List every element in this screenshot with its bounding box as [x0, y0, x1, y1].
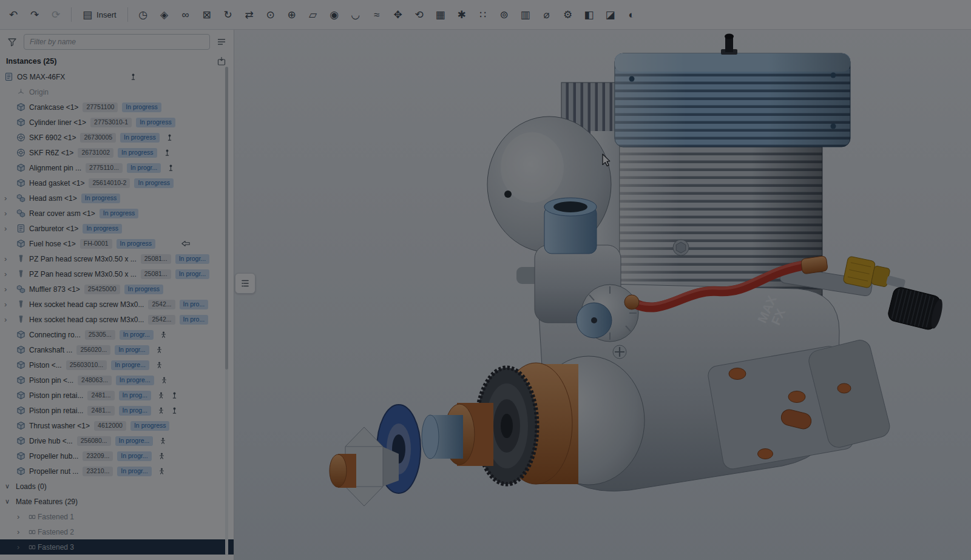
status-badge[interactable]: In progre... [115, 436, 154, 446]
group-mate-button[interactable]: ∞ [176, 5, 195, 24]
status-badge[interactable]: In progr... [120, 330, 154, 340]
arrow-left-icon[interactable] [181, 240, 191, 247]
person-icon[interactable] [160, 331, 167, 338]
status-badge[interactable]: In progr... [175, 269, 209, 279]
status-badge[interactable]: In progress [136, 118, 175, 127]
person-icon[interactable] [160, 437, 166, 444]
chevron-right-icon[interactable]: › [4, 267, 7, 281]
chevron-right-icon[interactable]: › [4, 282, 7, 296]
person-icon[interactable] [158, 392, 164, 399]
snapshot-button[interactable]: ▦ [431, 5, 450, 24]
person-icon[interactable] [158, 407, 164, 414]
insert-instance-icon[interactable] [215, 55, 228, 67]
tree-item[interactable]: Crankshaft ...256020...In progr... [0, 342, 234, 357]
status-badge[interactable]: In prog... [119, 406, 151, 416]
chevron-right-icon[interactable]: › [17, 525, 19, 539]
assembly-list-toggle-button[interactable] [235, 273, 255, 294]
tree-item[interactable]: Piston <...25603010...In progre... [0, 357, 234, 373]
pin-icon[interactable] [166, 134, 173, 141]
chevron-right-icon[interactable]: › [4, 252, 7, 266]
person-icon[interactable] [158, 468, 165, 474]
slider-mate-button[interactable]: ⇄ [240, 5, 259, 24]
chevron-down-icon[interactable]: ∨ [5, 479, 10, 494]
tree-item[interactable]: Fuel hose <1>FH-0001In progress [0, 236, 234, 251]
tree-item-root[interactable]: OS MAX-46FX [0, 69, 234, 84]
status-badge[interactable]: In progress [122, 103, 161, 112]
mate-button[interactable]: ◈ [155, 5, 174, 24]
tree-item[interactable]: Thrust washer <1>4612000In progress [0, 418, 234, 433]
chevron-right-icon[interactable]: › [4, 206, 7, 220]
chevron-right-icon[interactable]: › [17, 510, 19, 524]
linear-pattern-button[interactable]: ∷ [473, 5, 493, 24]
tree-item[interactable]: ›Head asm <1>In progress [0, 191, 234, 206]
display-states-button[interactable]: ◧ [580, 5, 599, 24]
measure-button[interactable]: ⌀ [537, 5, 557, 24]
bom-table-button[interactable]: ▥ [516, 5, 535, 24]
status-badge[interactable]: In pro... [180, 300, 209, 309]
chevron-right-icon[interactable]: › [4, 221, 7, 235]
tree-item[interactable]: Head gasket <1>25614010-2In progress [0, 175, 234, 191]
tree-item[interactable]: SKF R6Z <1>26731002In progress [0, 145, 234, 160]
tree-item[interactable]: ›PZ Pan head screw M3x0.50 x ...25081...… [0, 266, 234, 282]
person-icon[interactable] [156, 362, 163, 368]
person-icon[interactable] [156, 346, 163, 353]
appearance-button[interactable]: ◐ [622, 5, 641, 24]
tree-item-origin[interactable]: Origin [0, 84, 234, 100]
cylindrical-mate-button[interactable]: ⊙ [261, 5, 280, 24]
tree-item[interactable]: ›PZ Pan head screw M3x0.50 x ...25081...… [0, 251, 234, 266]
engine-scene[interactable]: MAX FX [234, 29, 971, 560]
pin-icon[interactable] [167, 164, 174, 171]
tree-item[interactable]: Piston pin retai...2481...In prog... [0, 403, 234, 418]
status-badge[interactable]: In progress [134, 178, 174, 188]
tree-item[interactable]: Propeller hub...23209...In progr... [0, 448, 234, 464]
status-badge[interactable]: In pro... [180, 315, 209, 325]
loads-section[interactable]: ∨Loads (0) [0, 479, 234, 494]
pin-icon[interactable] [171, 407, 178, 414]
tree-item[interactable]: Piston pin retai...2481...In prog... [0, 388, 234, 403]
tree-item[interactable]: Drive hub <...256080...In progre... [0, 433, 234, 448]
status-badge[interactable]: In prog... [119, 391, 151, 400]
status-badge[interactable]: In progr... [117, 467, 151, 476]
pin-icon[interactable] [164, 149, 171, 156]
tree-item[interactable]: Alignment pin ...2775110...In progr... [0, 160, 234, 175]
scrollbar-thumb[interactable] [225, 67, 228, 369]
tree-item[interactable]: Crankcase <1>27751100In progress [0, 100, 234, 115]
status-badge[interactable]: In progress [117, 239, 156, 249]
chevron-right-icon[interactable]: › [4, 297, 7, 311]
person-icon[interactable] [158, 453, 165, 459]
mate-features-section[interactable]: ∨Mate Features (29) [0, 494, 234, 509]
tree-item[interactable]: Cylinder liner <1>27753010-1In progress [0, 115, 234, 130]
filter-icon[interactable] [6, 36, 18, 48]
status-badge[interactable]: In progress [120, 133, 160, 143]
parallel-mate-button[interactable]: ≈ [367, 5, 387, 24]
mate-feature-item[interactable]: ›Fastened 2 [0, 524, 234, 539]
history-button[interactable]: ◷ [134, 5, 153, 24]
move-part-button[interactable]: ✥ [388, 5, 408, 24]
explode-button[interactable]: ✱ [452, 5, 472, 24]
redo-button[interactable]: ↷ [25, 5, 44, 24]
tree-item[interactable]: Propeller nut ...23210...In progr... [0, 464, 234, 479]
mate-feature-item[interactable]: ›Fastened 1 [0, 509, 234, 524]
chevron-right-icon[interactable]: › [17, 540, 19, 554]
status-badge[interactable]: In progr... [127, 163, 161, 173]
ball-mate-button[interactable]: ◉ [325, 5, 344, 24]
section-view-button[interactable]: ◪ [601, 5, 620, 24]
filter-input[interactable] [24, 34, 210, 50]
viewport-3d[interactable]: MAX FX [234, 29, 971, 560]
tree-item[interactable]: ›Carburetor <1>In progress [0, 221, 234, 236]
status-badge[interactable]: In progr... [175, 254, 209, 264]
list-options-icon[interactable] [215, 36, 228, 48]
tree-item[interactable]: ›Hex socket head cap screw M3x0...2542..… [0, 297, 234, 312]
pin-icon[interactable] [171, 392, 178, 399]
status-badge[interactable]: In progress [130, 421, 170, 431]
rotate-part-button[interactable]: ⟲ [410, 5, 429, 24]
revolute-mate-button[interactable]: ↻ [218, 5, 238, 24]
undo-button[interactable]: ↶ [4, 5, 23, 24]
status-badge[interactable]: In progress [83, 224, 122, 234]
status-badge[interactable]: In progress [81, 194, 121, 203]
insert-button[interactable]: ▤Insert [77, 5, 122, 24]
status-badge[interactable]: In progress [124, 285, 164, 294]
pin-slot-mate-button[interactable]: ⊕ [282, 5, 302, 24]
person-icon[interactable] [161, 377, 167, 383]
chevron-right-icon[interactable]: › [4, 191, 7, 205]
